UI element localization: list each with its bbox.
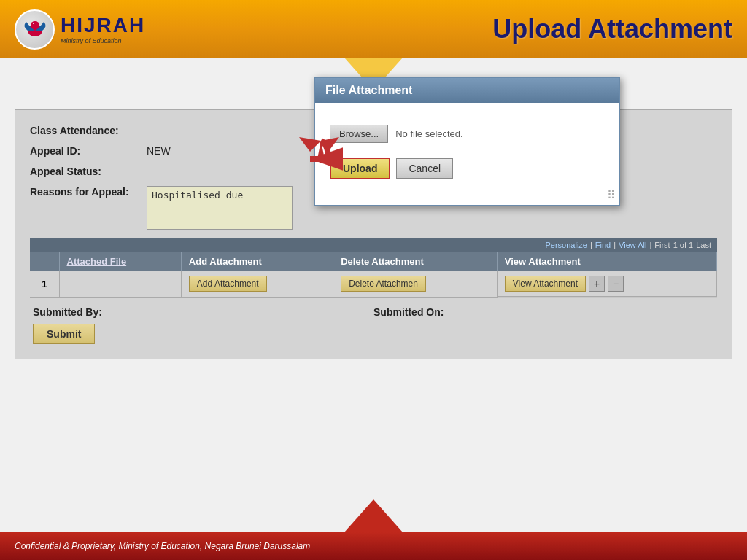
remove-row-button[interactable]: − bbox=[608, 276, 624, 292]
logo-text: HIJRAH Ministry of Education bbox=[61, 14, 145, 44]
nav-last[interactable]: Last bbox=[696, 241, 711, 249]
row-add-btn-cell: Add Attachment bbox=[181, 271, 333, 297]
logo-name: HIJRAH bbox=[61, 14, 145, 37]
nav-first[interactable]: First bbox=[654, 241, 670, 249]
form-footer: Submitted By: Submit Submitted On: bbox=[30, 306, 717, 344]
page-info: 1 of 1 bbox=[673, 241, 694, 249]
modal-file-row: Browse... No file selected. bbox=[330, 125, 604, 143]
svg-point-2 bbox=[33, 23, 34, 24]
table-header-row: Attached File Add Attachment Delete Atta… bbox=[30, 252, 717, 271]
class-attendance-label: Class Attendance: bbox=[30, 125, 147, 136]
personalize-link[interactable]: Personalize bbox=[545, 241, 587, 249]
table-row: 1 Add Attachment Delete Attachmen View A… bbox=[30, 271, 717, 297]
logo-icon bbox=[15, 9, 55, 50]
file-status: No file selected. bbox=[395, 128, 463, 139]
appeal-status-label: Appeal Status: bbox=[30, 166, 147, 177]
logo-tagline: Ministry of Education bbox=[61, 37, 145, 44]
submitted-on-label: Submitted On: bbox=[374, 306, 714, 318]
callout-up-arrow bbox=[344, 499, 403, 532]
table-toolbar: Personalize | Find | View All | First 1 … bbox=[30, 238, 717, 252]
submitted-by-label: Submitted By: bbox=[33, 306, 374, 318]
modal-header: File Attachment bbox=[315, 78, 619, 103]
submit-button[interactable]: Submit bbox=[33, 324, 95, 344]
col-attached-file[interactable]: Attached File bbox=[59, 252, 181, 271]
attachments-table-section: Personalize | Find | View All | First 1 … bbox=[30, 238, 717, 298]
reasons-label: Reasons for Appeal: bbox=[30, 186, 147, 198]
svg-marker-4 bbox=[299, 137, 321, 152]
footer-bar-text: Confidential & Proprietary, Ministry of … bbox=[15, 541, 310, 551]
resize-handle-icon: ⠿ bbox=[607, 188, 616, 202]
reasons-textarea[interactable]: Hospitalised due bbox=[147, 186, 293, 230]
delete-attachment-button[interactable]: Delete Attachmen bbox=[341, 276, 426, 292]
footer-bar: Confidential & Proprietary, Ministry of … bbox=[0, 532, 747, 560]
logo-area: HIJRAH Ministry of Education bbox=[15, 9, 145, 50]
file-attachment-modal: File Attachment Browse... No file select… bbox=[314, 77, 620, 206]
main-area: Class Attendance: Appeal ID: NEW Appeal … bbox=[0, 58, 747, 374]
page-title: Upload Attachment bbox=[492, 14, 732, 44]
row-attached-file bbox=[59, 271, 181, 297]
appeal-id-label: Appeal ID: bbox=[30, 145, 147, 157]
modal-body: Browse... No file selected. Upload Cance… bbox=[315, 103, 619, 205]
row-view-btn-cell: View Attachment + − bbox=[498, 271, 717, 297]
col-add-attachment: Add Attachment bbox=[181, 252, 333, 271]
col-delete-attachment: Delete Attachment bbox=[333, 252, 498, 271]
appeal-id-value: NEW bbox=[147, 145, 171, 157]
add-attachment-button[interactable]: Add Attachment bbox=[189, 276, 267, 292]
view-all-link[interactable]: View All bbox=[619, 241, 646, 249]
submitted-by-section: Submitted By: Submit bbox=[33, 306, 374, 344]
modal-action-row: Upload Cancel bbox=[330, 158, 604, 179]
col-view-attachment: View Attachment bbox=[497, 252, 716, 271]
cancel-button[interactable]: Cancel bbox=[396, 158, 453, 179]
header: HIJRAH Ministry of Education Upload Atta… bbox=[0, 0, 747, 58]
col-num bbox=[30, 252, 59, 271]
row-num: 1 bbox=[30, 271, 59, 297]
modal-title: File Attachment bbox=[325, 84, 412, 96]
row-delete-btn-cell: Delete Attachmen bbox=[333, 271, 498, 297]
find-link[interactable]: Find bbox=[595, 241, 611, 249]
view-attachment-button[interactable]: View Attachment bbox=[505, 276, 586, 292]
add-row-button[interactable]: + bbox=[589, 276, 605, 292]
attachments-table: Attached File Add Attachment Delete Atta… bbox=[30, 252, 717, 298]
red-arrow-icon bbox=[255, 137, 343, 188]
submitted-on-section: Submitted On: bbox=[374, 306, 714, 324]
svg-point-1 bbox=[31, 21, 39, 28]
